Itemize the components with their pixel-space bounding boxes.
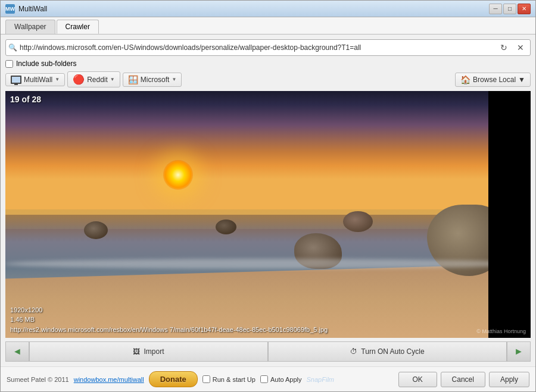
reddit-source-button[interactable]: 🔴 Reddit ▼ — [67, 71, 120, 87]
subfolder-row: Include sub-folders — [5, 59, 531, 68]
browse-local-button[interactable]: 🏠 Browse Local ▼ — [455, 73, 531, 87]
house-icon: 🏠 — [460, 75, 470, 84]
auto-cycle-button[interactable]: ⏱ Turn ON Auto Cycle — [268, 341, 507, 362]
image-resolution: 1920x1200 — [10, 305, 328, 315]
run-startup-label: Run & start Up — [213, 376, 255, 383]
multiwall-dropdown-arrow: ▼ — [55, 77, 60, 82]
close-button[interactable]: ✕ — [518, 4, 531, 14]
url-input[interactable] — [20, 43, 497, 52]
clear-url-button[interactable]: ✕ — [513, 41, 528, 54]
minimize-button[interactable]: ─ — [489, 4, 502, 14]
import-icon: 🖼 — [133, 347, 140, 356]
foam — [5, 259, 531, 269]
cancel-button[interactable]: Cancel — [441, 372, 485, 387]
bottom-actions: OK Cancel Apply — [398, 372, 529, 387]
browse-local-dropdown-arrow: ▼ — [518, 76, 525, 84]
search-icon: 🔍 — [8, 43, 17, 52]
tabs-row: Wallpaper Crawler — [1, 17, 535, 35]
subfolder-checkbox[interactable] — [5, 60, 13, 68]
import-button[interactable]: 🖼 Import — [29, 341, 268, 362]
rock-small-center — [216, 219, 236, 234]
title-bar: MW MultiWall ─ □ ✕ — [1, 1, 535, 17]
tab-crawler[interactable]: Crawler — [57, 20, 99, 34]
next-button[interactable]: ► — [507, 341, 531, 362]
image-url: http://res2.windows.microsoft.com/resbox… — [10, 325, 328, 335]
black-bar-right — [488, 91, 531, 338]
monitor-icon — [11, 76, 21, 84]
image-filesize: 1.46 MB — [10, 315, 328, 325]
microsoft-icon: 🪟 — [128, 75, 138, 84]
image-container: 19 of 28 1920x1200 1.46 MB http://res2.w… — [5, 91, 531, 338]
app-icon: MW — [5, 4, 15, 14]
content-area: 🔍 ↻ ✕ Include sub-folders MultiWall ▼ 🔴 … — [1, 35, 535, 366]
auto-cycle-icon: ⏱ — [350, 347, 357, 356]
title-buttons: ─ □ ✕ — [489, 4, 531, 14]
brand-watermark: SnapFilm — [307, 376, 334, 383]
ok-button[interactable]: OK — [398, 372, 437, 387]
rock-medium-right — [343, 211, 373, 232]
subfolder-label: Include sub-folders — [16, 59, 76, 68]
source-bar: MultiWall ▼ 🔴 Reddit ▼ 🪟 Microsoft ▼ 🏠 B… — [5, 71, 531, 87]
bottom-bar: Sumeet Patel © 2011 windowbox.me/multiwa… — [1, 366, 535, 391]
main-window: MW MultiWall ─ □ ✕ Wallpaper Crawler 🔍 ↻… — [0, 0, 536, 392]
bottom-controls: ◄ 🖼 Import ⏱ Turn ON Auto Cycle ► — [5, 341, 531, 362]
url-actions: ↻ ✕ — [497, 41, 528, 54]
run-startup-checkbox[interactable] — [202, 375, 210, 383]
multiwall-link[interactable]: windowbox.me/multiwall — [74, 376, 144, 383]
prev-button[interactable]: ◄ — [5, 341, 29, 362]
refresh-button[interactable]: ↻ — [497, 41, 511, 54]
url-bar: 🔍 ↻ ✕ — [5, 39, 531, 56]
beach-scene — [5, 91, 531, 338]
image-credit: © Matthias Hortnung — [476, 328, 526, 334]
import-label: Import — [144, 347, 164, 356]
sun — [163, 160, 193, 190]
reddit-dropdown-arrow: ▼ — [110, 77, 115, 82]
auto-apply-row: Auto Apply — [260, 375, 302, 383]
copyright-text: Sumeet Patel © 2011 — [7, 376, 69, 383]
image-info: 1920x1200 1.46 MB http://res2.windows.mi… — [10, 305, 328, 335]
reddit-icon: 🔴 — [73, 74, 85, 85]
maximize-button[interactable]: □ — [503, 4, 516, 14]
auto-apply-checkbox[interactable] — [260, 375, 268, 383]
window-title: MultiWall — [18, 5, 489, 13]
image-counter: 19 of 28 — [10, 95, 41, 104]
auto-apply-label: Auto Apply — [270, 376, 302, 383]
donate-button[interactable]: Donate — [149, 371, 198, 387]
microsoft-source-button[interactable]: 🪟 Microsoft ▼ — [123, 73, 182, 87]
microsoft-dropdown-arrow: ▼ — [172, 77, 176, 82]
multiwall-source-button[interactable]: MultiWall ▼ — [5, 73, 65, 86]
apply-button[interactable]: Apply — [489, 372, 529, 387]
tab-wallpaper[interactable]: Wallpaper — [5, 20, 55, 34]
run-startup-row: Run & start Up — [202, 375, 255, 383]
auto-cycle-label: Turn ON Auto Cycle — [361, 347, 424, 356]
